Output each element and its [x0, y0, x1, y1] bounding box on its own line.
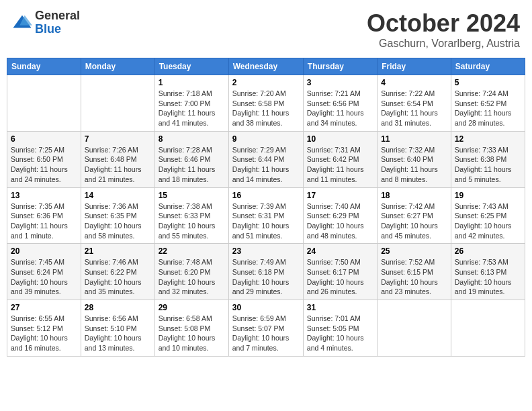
day-header-thursday: Thursday	[303, 58, 377, 75]
day-number: 6	[11, 134, 77, 144]
day-number: 10	[307, 134, 373, 144]
day-detail: Sunrise: 7:20 AMSunset: 6:58 PMDaylight:…	[232, 89, 300, 128]
day-detail: Sunrise: 7:42 AMSunset: 6:27 PMDaylight:…	[381, 201, 447, 241]
day-number: 9	[232, 134, 300, 144]
day-detail: Sunrise: 7:29 AMSunset: 6:44 PMDaylight:…	[232, 145, 300, 185]
calendar-cell: 23Sunrise: 7:49 AMSunset: 6:18 PMDayligh…	[228, 244, 303, 300]
page-header: General Blue October 2024 Gaschurn, Vora…	[7, 7, 525, 52]
day-header-sunday: Sunday	[7, 58, 81, 75]
calendar-cell: 15Sunrise: 7:38 AMSunset: 6:33 PMDayligh…	[154, 187, 228, 244]
day-detail: Sunrise: 6:58 AMSunset: 5:08 PMDaylight:…	[159, 314, 225, 353]
day-number: 11	[381, 134, 447, 144]
day-number: 18	[381, 191, 447, 200]
calendar-cell: 21Sunrise: 7:46 AMSunset: 6:22 PMDayligh…	[81, 244, 154, 300]
day-detail: Sunrise: 7:28 AMSunset: 6:46 PMDaylight:…	[159, 145, 225, 185]
calendar-cell: 24Sunrise: 7:50 AMSunset: 6:17 PMDayligh…	[303, 244, 377, 300]
day-detail: Sunrise: 7:24 AMSunset: 6:52 PMDaylight:…	[455, 89, 521, 128]
day-number: 24	[307, 246, 373, 256]
calendar-cell: 2Sunrise: 7:20 AMSunset: 6:58 PMDaylight…	[228, 75, 303, 132]
day-number: 12	[455, 134, 521, 144]
day-detail: Sunrise: 7:25 AMSunset: 6:50 PMDaylight:…	[11, 145, 77, 185]
week-row-3: 20Sunrise: 7:45 AMSunset: 6:24 PMDayligh…	[7, 244, 525, 300]
day-number: 1	[159, 78, 225, 87]
calendar-cell	[7, 75, 81, 132]
day-number: 7	[85, 134, 151, 144]
day-number: 14	[85, 191, 151, 200]
calendar-cell: 13Sunrise: 7:35 AMSunset: 6:36 PMDayligh…	[7, 187, 81, 244]
day-number: 29	[159, 303, 225, 312]
day-number: 25	[381, 246, 447, 256]
calendar-cell: 1Sunrise: 7:18 AMSunset: 7:00 PMDaylight…	[154, 75, 228, 132]
day-number: 8	[159, 134, 225, 144]
logo-text: General Blue	[35, 9, 80, 36]
day-number: 15	[159, 191, 225, 200]
location: Gaschurn, Vorarlberg, Austria	[367, 38, 520, 50]
day-number: 20	[11, 246, 77, 256]
day-header-friday: Friday	[378, 58, 451, 75]
calendar-cell: 3Sunrise: 7:21 AMSunset: 6:56 PMDaylight…	[303, 75, 377, 132]
day-detail: Sunrise: 7:39 AMSunset: 6:31 PMDaylight:…	[232, 201, 300, 241]
calendar-header-row: SundayMondayTuesdayWednesdayThursdayFrid…	[7, 58, 525, 75]
day-number: 2	[232, 78, 300, 87]
day-detail: Sunrise: 7:35 AMSunset: 6:36 PMDaylight:…	[11, 201, 77, 241]
day-detail: Sunrise: 7:21 AMSunset: 6:56 PMDaylight:…	[307, 89, 373, 128]
day-detail: Sunrise: 7:40 AMSunset: 6:29 PMDaylight:…	[307, 201, 373, 241]
calendar-cell: 19Sunrise: 7:43 AMSunset: 6:25 PMDayligh…	[451, 187, 525, 244]
logo-general: General	[35, 9, 80, 23]
day-number: 5	[455, 78, 521, 87]
day-number: 26	[455, 246, 521, 256]
calendar-cell: 14Sunrise: 7:36 AMSunset: 6:35 PMDayligh…	[81, 187, 154, 244]
calendar-cell: 5Sunrise: 7:24 AMSunset: 6:52 PMDaylight…	[451, 75, 525, 132]
week-row-1: 6Sunrise: 7:25 AMSunset: 6:50 PMDaylight…	[7, 131, 525, 187]
day-header-monday: Monday	[81, 58, 154, 75]
day-header-saturday: Saturday	[451, 58, 525, 75]
day-detail: Sunrise: 7:26 AMSunset: 6:48 PMDaylight:…	[85, 145, 151, 185]
calendar-cell: 10Sunrise: 7:31 AMSunset: 6:42 PMDayligh…	[303, 131, 377, 187]
logo-icon	[12, 13, 32, 33]
logo: General Blue	[12, 9, 80, 36]
calendar-cell: 25Sunrise: 7:52 AMSunset: 6:15 PMDayligh…	[378, 244, 451, 300]
calendar-cell: 31Sunrise: 7:01 AMSunset: 5:05 PMDayligh…	[303, 300, 377, 357]
calendar-cell: 11Sunrise: 7:32 AMSunset: 6:40 PMDayligh…	[378, 131, 451, 187]
day-number: 23	[232, 246, 300, 256]
logo-blue: Blue	[35, 23, 80, 36]
day-detail: Sunrise: 7:36 AMSunset: 6:35 PMDaylight:…	[85, 201, 151, 241]
day-detail: Sunrise: 7:49 AMSunset: 6:18 PMDaylight:…	[232, 257, 300, 297]
day-detail: Sunrise: 7:01 AMSunset: 5:05 PMDaylight:…	[307, 314, 373, 353]
day-number: 13	[11, 191, 77, 200]
day-detail: Sunrise: 6:56 AMSunset: 5:10 PMDaylight:…	[85, 314, 151, 353]
month-title: October 2024	[367, 9, 520, 38]
day-detail: Sunrise: 7:31 AMSunset: 6:42 PMDaylight:…	[307, 145, 373, 185]
calendar-cell: 27Sunrise: 6:55 AMSunset: 5:12 PMDayligh…	[7, 300, 81, 357]
day-detail: Sunrise: 7:43 AMSunset: 6:25 PMDaylight:…	[455, 201, 521, 241]
day-number: 21	[85, 246, 151, 256]
day-number: 27	[11, 303, 77, 312]
day-detail: Sunrise: 7:53 AMSunset: 6:13 PMDaylight:…	[455, 257, 521, 297]
day-number: 28	[85, 303, 151, 312]
calendar-cell: 26Sunrise: 7:53 AMSunset: 6:13 PMDayligh…	[451, 244, 525, 300]
day-detail: Sunrise: 7:33 AMSunset: 6:38 PMDaylight:…	[455, 145, 521, 185]
calendar-cell: 12Sunrise: 7:33 AMSunset: 6:38 PMDayligh…	[451, 131, 525, 187]
day-detail: Sunrise: 7:22 AMSunset: 6:54 PMDaylight:…	[381, 89, 447, 128]
calendar-cell: 9Sunrise: 7:29 AMSunset: 6:44 PMDaylight…	[228, 131, 303, 187]
calendar-cell: 20Sunrise: 7:45 AMSunset: 6:24 PMDayligh…	[7, 244, 81, 300]
day-number: 4	[381, 78, 447, 87]
day-detail: Sunrise: 7:38 AMSunset: 6:33 PMDaylight:…	[159, 201, 225, 241]
day-number: 17	[307, 191, 373, 200]
day-detail: Sunrise: 7:45 AMSunset: 6:24 PMDaylight:…	[11, 257, 77, 297]
day-detail: Sunrise: 6:59 AMSunset: 5:07 PMDaylight:…	[232, 314, 300, 353]
calendar-cell: 8Sunrise: 7:28 AMSunset: 6:46 PMDaylight…	[154, 131, 228, 187]
day-number: 22	[159, 246, 225, 256]
day-detail: Sunrise: 7:48 AMSunset: 6:20 PMDaylight:…	[159, 257, 225, 297]
calendar-cell: 29Sunrise: 6:58 AMSunset: 5:08 PMDayligh…	[154, 300, 228, 357]
day-number: 3	[307, 78, 373, 87]
day-number: 31	[307, 303, 373, 312]
calendar-cell: 16Sunrise: 7:39 AMSunset: 6:31 PMDayligh…	[228, 187, 303, 244]
day-header-tuesday: Tuesday	[154, 58, 228, 75]
calendar-cell: 6Sunrise: 7:25 AMSunset: 6:50 PMDaylight…	[7, 131, 81, 187]
day-number: 30	[232, 303, 300, 312]
day-detail: Sunrise: 7:32 AMSunset: 6:40 PMDaylight:…	[381, 145, 447, 185]
calendar-cell	[451, 300, 525, 357]
calendar-cell	[81, 75, 154, 132]
calendar-cell: 22Sunrise: 7:48 AMSunset: 6:20 PMDayligh…	[154, 244, 228, 300]
